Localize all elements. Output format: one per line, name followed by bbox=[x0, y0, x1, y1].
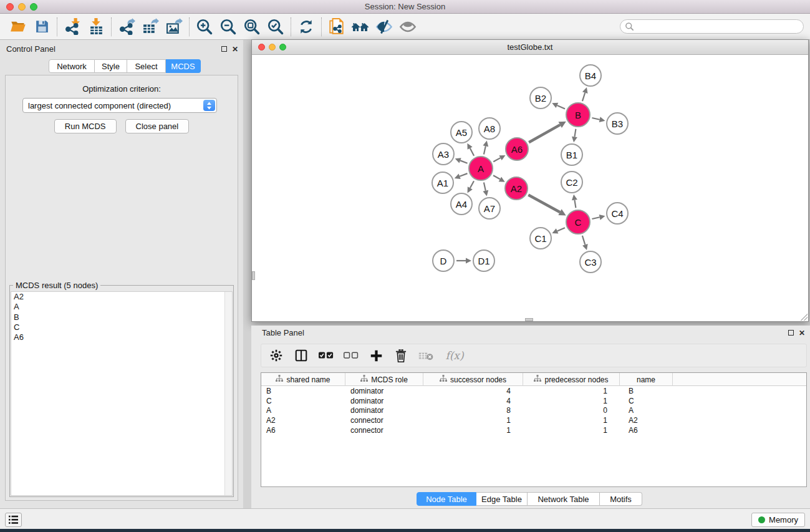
close-panel-button[interactable]: ✕ bbox=[232, 45, 238, 54]
close-window-button[interactable] bbox=[6, 3, 14, 11]
graph-node-A5[interactable]: A5 bbox=[450, 121, 473, 143]
graph-edge-B-B1[interactable] bbox=[574, 129, 576, 137]
show-columns-button[interactable] bbox=[289, 344, 314, 367]
graph-node-C3[interactable]: C3 bbox=[579, 251, 602, 273]
delete-column-button[interactable] bbox=[388, 344, 413, 367]
graph-node-A6[interactable]: A6 bbox=[505, 137, 529, 161]
zoom-window-button[interactable] bbox=[30, 3, 37, 11]
graph-edge-A-A1[interactable] bbox=[460, 173, 467, 177]
vertical-scroll-hint[interactable] bbox=[252, 271, 255, 280]
graph-edge-A-A2[interactable] bbox=[493, 175, 500, 179]
table-row[interactable]: A2connector11A2 bbox=[261, 415, 806, 425]
tab-network[interactable]: Network bbox=[49, 59, 95, 73]
network-window-titlebar[interactable]: testGlobe.txt bbox=[252, 40, 808, 55]
graph-node-D1[interactable]: D1 bbox=[473, 249, 495, 272]
hide-graphics-details-button[interactable] bbox=[372, 16, 396, 38]
new-network-from-selection-button[interactable] bbox=[325, 16, 349, 38]
column-header-predecessor-nodes[interactable]: predecessor nodes bbox=[523, 373, 620, 386]
graph-node-B1[interactable]: B1 bbox=[561, 143, 583, 166]
table-settings-button[interactable] bbox=[264, 344, 289, 367]
net-minimize-button[interactable] bbox=[269, 44, 276, 51]
column-header-MCDS-role[interactable]: MCDS role bbox=[345, 373, 423, 386]
select-all-columns-button[interactable] bbox=[314, 344, 339, 367]
birdseye-view-button[interactable] bbox=[396, 16, 420, 38]
graph-node-C[interactable]: C bbox=[566, 210, 591, 235]
net-zoom-button[interactable] bbox=[279, 44, 286, 51]
graph-edge-A-A7[interactable] bbox=[484, 182, 486, 190]
show-all-networks-button[interactable] bbox=[349, 16, 372, 38]
graph-edge-B-B4[interactable] bbox=[582, 93, 585, 101]
graph-node-A3[interactable]: A3 bbox=[432, 143, 455, 165]
result-item[interactable]: A2 bbox=[11, 292, 232, 302]
mcds-result-list[interactable]: A2ABCA6 bbox=[11, 291, 233, 496]
zoom-in-button[interactable] bbox=[193, 16, 216, 38]
refresh-button[interactable] bbox=[294, 16, 318, 38]
column-header-successor-nodes[interactable]: successor nodes bbox=[423, 373, 523, 386]
graph-node-C1[interactable]: C1 bbox=[529, 227, 552, 249]
graph-node-B4[interactable]: B4 bbox=[579, 64, 602, 87]
import-network-button[interactable] bbox=[60, 16, 84, 38]
function-builder-button[interactable]: f(x) bbox=[438, 344, 471, 367]
table-row[interactable]: Cdominator41C bbox=[261, 396, 806, 406]
graph-node-A4[interactable]: A4 bbox=[450, 193, 473, 215]
result-item[interactable]: A bbox=[11, 302, 232, 312]
create-column-button[interactable] bbox=[364, 344, 388, 367]
zoom-out-button[interactable] bbox=[216, 16, 240, 38]
table-row[interactable]: A6connector11A6 bbox=[261, 425, 806, 435]
export-table-button[interactable] bbox=[138, 16, 162, 38]
export-network-button[interactable] bbox=[115, 16, 138, 38]
float-panel-button[interactable] bbox=[221, 45, 227, 54]
graph-node-C4[interactable]: C4 bbox=[606, 202, 629, 225]
graph-edge-A-A5[interactable] bbox=[470, 148, 474, 156]
unselect-all-columns-button[interactable] bbox=[339, 344, 364, 367]
close-panel-button-inner[interactable]: Close panel bbox=[125, 119, 190, 133]
graph-edge-A-A8[interactable] bbox=[484, 146, 486, 154]
graph-edge-C-C3[interactable] bbox=[582, 236, 585, 244]
graph-edge-C-C2[interactable] bbox=[574, 200, 576, 208]
graph-node-A1[interactable]: A1 bbox=[432, 172, 454, 194]
tab-motifs[interactable]: Motifs bbox=[600, 492, 642, 506]
graph-node-A7[interactable]: A7 bbox=[478, 197, 501, 220]
graph-edge-B-B2[interactable] bbox=[557, 105, 565, 109]
open-session-button[interactable] bbox=[6, 16, 30, 38]
zoom-selected-button[interactable] bbox=[264, 16, 287, 38]
import-table-button[interactable] bbox=[84, 16, 108, 38]
graph-edge-A6-B[interactable] bbox=[529, 125, 560, 142]
result-scrollbar[interactable] bbox=[224, 292, 232, 495]
delete-table-button[interactable] bbox=[413, 344, 438, 367]
graph-node-B3[interactable]: B3 bbox=[606, 112, 629, 135]
graph-node-B[interactable]: B bbox=[566, 102, 591, 127]
network-canvas[interactable]: B4B2BB3B1A5A8A6A3AA1A2A4A7C2C4CC1C3DD1 bbox=[252, 55, 808, 321]
minimize-window-button[interactable] bbox=[18, 3, 26, 11]
zoom-fit-button[interactable] bbox=[240, 16, 264, 38]
result-item[interactable]: C bbox=[11, 322, 232, 332]
run-mcds-button[interactable]: Run MCDS bbox=[54, 119, 117, 133]
graph-node-A8[interactable]: A8 bbox=[478, 117, 501, 140]
graph-node-B2[interactable]: B2 bbox=[529, 87, 552, 109]
result-item[interactable]: B bbox=[11, 312, 232, 322]
graph-node-A2[interactable]: A2 bbox=[504, 177, 528, 200]
graph-node-D[interactable]: D bbox=[432, 249, 455, 272]
save-session-button[interactable] bbox=[30, 16, 54, 38]
graph-edge-A-A4[interactable] bbox=[470, 181, 474, 188]
tab-node-table[interactable]: Node Table bbox=[417, 492, 476, 506]
tab-mcds[interactable]: MCDS bbox=[166, 59, 201, 73]
table-row[interactable]: Adominator80A bbox=[261, 405, 806, 415]
result-item[interactable]: A6 bbox=[11, 332, 232, 342]
criterion-select[interactable]: largest connected component (directed) bbox=[22, 98, 217, 113]
table-row[interactable]: Bdominator41B bbox=[261, 386, 806, 396]
tab-style[interactable]: Style bbox=[95, 59, 127, 73]
horizontal-scroll-hint[interactable] bbox=[525, 318, 533, 321]
column-header-name[interactable]: name bbox=[620, 373, 673, 386]
column-header-shared-name[interactable]: shared name bbox=[261, 373, 345, 386]
show-task-history-button[interactable] bbox=[5, 513, 22, 527]
graph-edge-A2-C[interactable] bbox=[528, 195, 560, 213]
search-input[interactable] bbox=[620, 19, 804, 34]
graph-edge-A-A3[interactable] bbox=[460, 160, 467, 163]
export-image-button[interactable] bbox=[162, 16, 186, 38]
tab-select[interactable]: Select bbox=[127, 59, 166, 73]
graph-edge-C-C1[interactable] bbox=[557, 228, 565, 231]
tab-edge-table[interactable]: Edge Table bbox=[476, 492, 528, 506]
memory-button[interactable]: Memory bbox=[751, 513, 805, 527]
graph-node-C2[interactable]: C2 bbox=[561, 171, 583, 193]
